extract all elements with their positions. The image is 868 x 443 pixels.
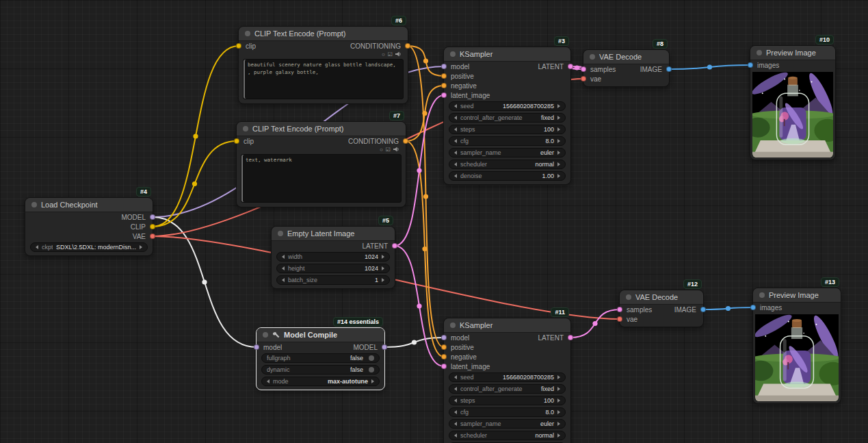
increment-arrow-icon[interactable]: [557, 151, 560, 155]
model-input-port[interactable]: [441, 335, 447, 340]
circle-icon[interactable]: ○: [382, 51, 385, 58]
widget-cfg[interactable]: cfg8.0: [449, 136, 566, 146]
collapse-dot-icon[interactable]: [626, 294, 631, 300]
increment-arrow-icon[interactable]: [557, 104, 560, 108]
link-midpoint-dot[interactable]: [412, 340, 417, 344]
node-header[interactable]: Preview Image: [753, 288, 841, 303]
positive-input-port[interactable]: [441, 344, 447, 350]
widget-control-after-generate[interactable]: control_after_generatefixed: [449, 113, 566, 123]
increment-arrow-icon[interactable]: [557, 375, 560, 379]
widget-mode[interactable]: modemax-autotune: [261, 377, 380, 386]
samples-input-port[interactable]: [617, 307, 622, 312]
decrement-arrow-icon[interactable]: [282, 278, 285, 282]
widget-ckpt-name[interactable]: ckpt_nameSDXL\2.5DXL: modernDisn...: [30, 242, 148, 252]
image-output-port[interactable]: [700, 307, 706, 312]
collapse-dot-icon[interactable]: [243, 126, 248, 131]
collapse-dot-icon[interactable]: [31, 202, 37, 207]
widget-scheduler[interactable]: schedulernormal: [449, 160, 566, 169]
increment-arrow-icon[interactable]: [382, 278, 384, 282]
model-output-port[interactable]: [382, 344, 387, 350]
increment-arrow-icon[interactable]: [557, 174, 560, 178]
collapse-dot-icon[interactable]: [759, 292, 765, 298]
latent-output-port[interactable]: [568, 335, 573, 340]
decrement-arrow-icon[interactable]: [454, 174, 457, 178]
decrement-arrow-icon[interactable]: [454, 433, 457, 438]
widget-sampler-name[interactable]: sampler_nameeuler: [449, 419, 566, 429]
increment-arrow-icon[interactable]: [557, 398, 560, 403]
speaker-icon[interactable]: [393, 147, 399, 152]
collapse-dot-icon[interactable]: [757, 50, 762, 55]
increment-arrow-icon[interactable]: [557, 162, 560, 166]
decrement-arrow-icon[interactable]: [454, 151, 457, 155]
increment-arrow-icon[interactable]: [557, 410, 560, 414]
increment-arrow-icon[interactable]: [371, 379, 374, 383]
node-header[interactable]: Load Checkpoint: [25, 198, 153, 212]
vae-input-port[interactable]: [581, 76, 586, 81]
decrement-arrow-icon[interactable]: [454, 422, 457, 426]
widget-width[interactable]: width1024: [276, 252, 390, 262]
node-header[interactable]: KSampler: [444, 47, 570, 62]
increment-arrow-icon[interactable]: [557, 139, 560, 143]
node-header[interactable]: VAE Decode: [583, 50, 669, 64]
images-input-port[interactable]: [750, 305, 756, 310]
increment-arrow-icon[interactable]: [557, 127, 560, 131]
link-midpoint-dot[interactable]: [417, 303, 421, 308]
decrement-arrow-icon[interactable]: [454, 104, 457, 108]
widget-batch-size[interactable]: batch_size1: [276, 275, 390, 285]
decrement-arrow-icon[interactable]: [454, 410, 457, 414]
node-header[interactable]: Model Compile: [257, 328, 384, 342]
vae-input-port[interactable]: [617, 316, 622, 322]
decrement-arrow-icon[interactable]: [454, 116, 457, 120]
widget-fullgraph-toggle[interactable]: fullgraphfalse: [261, 353, 380, 363]
widget-seed[interactable]: seed156680208700285: [449, 372, 566, 382]
decrement-arrow-icon[interactable]: [454, 387, 457, 391]
node-header[interactable]: Preview Image: [750, 46, 835, 60]
decrement-arrow-icon[interactable]: [454, 139, 457, 143]
widget-steps[interactable]: steps100: [449, 396, 566, 405]
widget-sampler-name[interactable]: sampler_nameeuler: [449, 148, 566, 157]
node-preview-image-top[interactable]: #10 Preview Image images: [750, 45, 836, 160]
node-header[interactable]: Empty Latent Image: [272, 227, 395, 241]
link-midpoint-dot[interactable]: [422, 111, 427, 116]
conditioning-output-port[interactable]: [403, 138, 408, 144]
conditioning-output-port[interactable]: [405, 43, 410, 49]
link-midpoint-dot[interactable]: [422, 246, 427, 251]
toggle-knob-icon[interactable]: [369, 355, 374, 361]
images-input-port[interactable]: [748, 62, 753, 68]
positive-input-port[interactable]: [441, 73, 447, 79]
increment-arrow-icon[interactable]: [382, 266, 384, 270]
node-ksampler-top[interactable]: #3 KSampler model LATENT positive negati…: [443, 47, 571, 185]
increment-arrow-icon[interactable]: [140, 245, 142, 249]
increment-arrow-icon[interactable]: [557, 422, 560, 426]
decrement-arrow-icon[interactable]: [282, 255, 285, 259]
link-midpoint-dot[interactable]: [423, 58, 428, 63]
model-input-port[interactable]: [441, 64, 447, 69]
clip-input-port[interactable]: [234, 138, 239, 144]
widget-denoise[interactable]: denoise1.00: [449, 171, 566, 181]
node-ksampler-bottom[interactable]: #11 KSampler model LATENT positive negat…: [443, 318, 571, 443]
link-midpoint-dot[interactable]: [192, 181, 197, 186]
latent-image-input-port[interactable]: [441, 364, 447, 369]
widget-scheduler[interactable]: schedulernormal: [449, 431, 566, 440]
link-midpoint-dot[interactable]: [575, 65, 579, 70]
widget-height[interactable]: height1024: [276, 264, 390, 273]
prompt-text-input[interactable]: beautiful scenery nature glass bottle la…: [243, 59, 404, 99]
decrement-arrow-icon[interactable]: [454, 162, 457, 166]
node-load-checkpoint[interactable]: #4 Load Checkpoint MODEL CLIP VAE ckpt_n…: [25, 197, 153, 256]
node-preview-image-bottom[interactable]: #13 Preview Image images: [752, 288, 841, 404]
samples-input-port[interactable]: [581, 66, 586, 72]
collapse-dot-icon[interactable]: [450, 51, 456, 57]
node-header[interactable]: KSampler: [444, 318, 570, 333]
link-midpoint-dot[interactable]: [726, 306, 731, 311]
decrement-arrow-icon[interactable]: [267, 379, 269, 383]
node-model-compile[interactable]: #14 essentials Model Compile model MODEL…: [256, 327, 385, 390]
toggle-knob-icon[interactable]: [369, 367, 374, 372]
increment-arrow-icon[interactable]: [557, 387, 560, 391]
increment-arrow-icon[interactable]: [557, 433, 560, 438]
negative-input-port[interactable]: [441, 354, 447, 359]
circle-icon[interactable]: ○: [380, 147, 383, 153]
node-clip-text-encode-positive[interactable]: #6 CLIP Text Encode (Prompt) clip CONDIT…: [238, 26, 408, 104]
node-empty-latent-image[interactable]: #5 Empty Latent Image LATENT width1024 h…: [271, 226, 395, 289]
widget-seed[interactable]: seed156680208700285: [449, 101, 566, 111]
decrement-arrow-icon[interactable]: [454, 127, 457, 131]
